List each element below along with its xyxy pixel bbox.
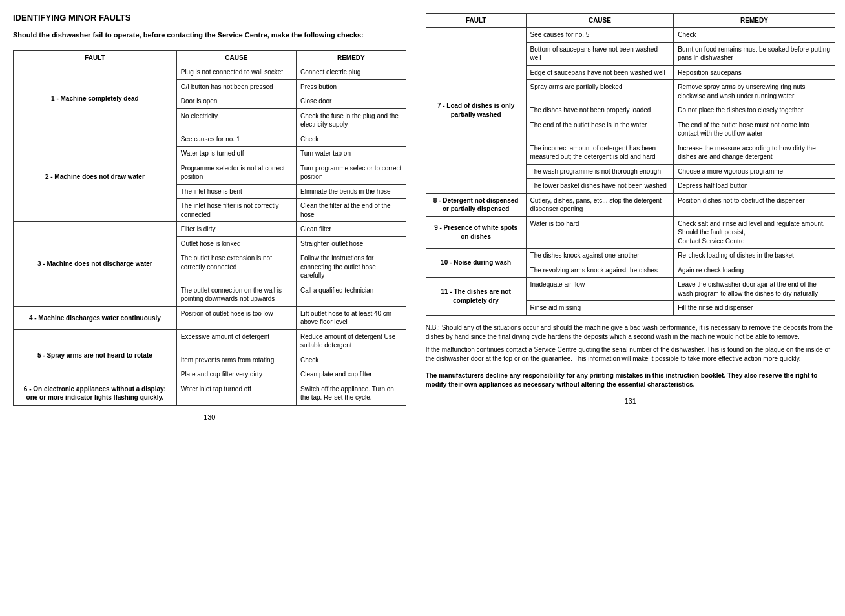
right-header-remedy: REMEDY	[674, 14, 835, 28]
remedy-cell: Check	[296, 132, 406, 147]
remedy-cell: Call a qualified technician	[296, 283, 406, 306]
table-row: 3 - Machine does not discharge waterFilt…	[14, 222, 406, 237]
remedy-cell: Check	[674, 28, 835, 43]
remedy-cell: Reposition saucepans	[674, 65, 835, 80]
fault-cell: 3 - Machine does not discharge water	[14, 222, 177, 307]
cause-cell: See causes for no. 1	[176, 132, 296, 147]
fault-cell: 1 - Machine completely dead	[14, 65, 177, 132]
section-title: IDENTIFYING MINOR FAULTS	[13, 13, 406, 23]
cause-cell: The inlet hose is bent	[176, 184, 296, 199]
cause-cell: Cutlery, dishes, pans, etc... stop the d…	[526, 193, 674, 216]
cause-cell: The revolving arms knock against the dis…	[526, 263, 674, 278]
cause-cell: The inlet hose filter is not correctly c…	[176, 199, 296, 222]
remedy-cell: Burnt on food remains must be soaked bef…	[674, 42, 835, 65]
remedy-cell: Straighten outlet hose	[296, 236, 406, 251]
remedy-cell: Fill the rinse aid dispenser	[674, 301, 835, 316]
remedy-cell: Switch off the appliance. Turn on the ta…	[296, 382, 406, 405]
nb-section: N.B.: Should any of the situations occur…	[426, 323, 835, 364]
cause-cell: The dishes knock against one another	[526, 249, 674, 263]
cause-cell: Excessive amount of detergent	[176, 329, 296, 353]
remedy-cell: Follow the instructions for connecting t…	[296, 251, 406, 283]
cause-cell: Programme selector is not at correct pos…	[176, 161, 296, 184]
fault-cell: 4 - Machine discharges water continuousl…	[14, 306, 177, 329]
remedy-cell: Reduce amount of detergent Use suitable …	[296, 329, 406, 353]
cause-cell: Inadequate air flow	[526, 278, 674, 301]
cause-cell: Filter is dirty	[176, 222, 296, 237]
remedy-cell: Re-check loading of dishes in the basket	[674, 249, 835, 263]
remedy-cell: Position dishes not to obstruct the disp…	[674, 193, 835, 216]
intro-text: Should the dishwasher fail to operate, b…	[13, 30, 406, 40]
right-fault-table: FAULT CAUSE REMEDY 7 - Load of dishes is…	[426, 13, 835, 316]
left-page-number: 130	[13, 413, 406, 421]
table-row: 4 - Machine discharges water continuousl…	[14, 306, 406, 329]
remedy-cell: Lift outlet hose to at least 40 cm above…	[296, 306, 406, 329]
remedy-cell: Turn water tap on	[296, 147, 406, 161]
table-row: 5 - Spray arms are not heard to rotateEx…	[14, 329, 406, 353]
cause-cell: O/I button has not been pressed	[176, 79, 296, 94]
remedy-cell: Clean the filter at the end of the hose	[296, 199, 406, 222]
left-header-remedy: REMEDY	[296, 51, 406, 65]
cause-cell: Edge of saucepans have not been washed w…	[526, 65, 674, 80]
cause-cell: Water inlet tap turned off	[176, 382, 296, 405]
remedy-cell: The end of the outlet hose must not come…	[674, 118, 835, 141]
remedy-cell: Eliminate the bends in the hose	[296, 184, 406, 199]
cause-cell: Item prevents arms from rotating	[176, 353, 296, 367]
remedy-cell: Press button	[296, 79, 406, 94]
remedy-cell: Remove spray arms by unscrewing ring nut…	[674, 80, 835, 103]
table-row: 8 - Detergent not dispensed or partially…	[426, 193, 835, 216]
disclaimer: The manufacturers decline any responsibi…	[426, 371, 835, 389]
cause-cell: The outlet connection on the wall is poi…	[176, 283, 296, 306]
table-row: 7 - Load of dishes is only partially was…	[426, 28, 835, 43]
cause-cell: Bottom of saucepans have not been washed…	[526, 42, 674, 65]
fault-cell: 6 - On electronic appliances without a d…	[14, 382, 177, 405]
left-panel: IDENTIFYING MINOR FAULTS Should the dish…	[13, 13, 406, 421]
fault-cell: 11 - The dishes are not completely dry	[426, 278, 526, 316]
cause-cell: Water tap is turned off	[176, 147, 296, 161]
cause-cell: Plate and cup filter very dirty	[176, 367, 296, 382]
cause-cell: The outlet hose extension is not correct…	[176, 251, 296, 283]
remedy-cell: Leave the dishwasher door ajar at the en…	[674, 278, 835, 301]
cause-cell: The wash programme is not thorough enoug…	[526, 164, 674, 179]
cause-cell: Rinse aid missing	[526, 301, 674, 316]
right-page-number: 131	[426, 397, 835, 405]
table-row: 6 - On electronic appliances without a d…	[14, 382, 406, 405]
remedy-cell: Check the fuse in the plug and the elect…	[296, 108, 406, 132]
remedy-cell: Depress half load button	[674, 179, 835, 194]
cause-cell: Water is too hard	[526, 216, 674, 249]
left-header-fault: FAULT	[14, 51, 177, 65]
remedy-cell: Increase the measure according to how di…	[674, 141, 835, 164]
table-row: 10 - Noise during washThe dishes knock a…	[426, 249, 835, 263]
fault-cell: 9 - Presence of white spots on dishes	[426, 216, 526, 249]
remedy-cell: Connect electric plug	[296, 65, 406, 80]
nb-text2: If the malfunction continues contact a S…	[426, 345, 835, 364]
cause-cell: See causes for no. 5	[526, 28, 674, 43]
cause-cell: Spray arms are partially blocked	[526, 80, 674, 103]
page-container: IDENTIFYING MINOR FAULTS Should the dish…	[13, 13, 832, 421]
cause-cell: The dishes have not been properly loaded	[526, 103, 674, 118]
remedy-cell: Clean plate and cup filter	[296, 367, 406, 382]
table-row: 2 - Machine does not draw waterSee cause…	[14, 132, 406, 147]
table-row: 1 - Machine completely deadPlug is not c…	[14, 65, 406, 80]
cause-cell: Door is open	[176, 94, 296, 109]
cause-cell: The lower basket dishes have not been wa…	[526, 179, 674, 194]
fault-cell: 7 - Load of dishes is only partially was…	[426, 28, 526, 194]
table-row: 9 - Presence of white spots on dishesWat…	[426, 216, 835, 249]
remedy-cell: Choose a more vigorous programme	[674, 164, 835, 179]
remedy-cell: Do not place the dishes too closely toge…	[674, 103, 835, 118]
left-header-cause: CAUSE	[176, 51, 296, 65]
right-header-cause: CAUSE	[526, 14, 674, 28]
remedy-cell: Close door	[296, 94, 406, 109]
remedy-cell: Again re-check loading	[674, 263, 835, 278]
table-row: 11 - The dishes are not completely dryIn…	[426, 278, 835, 301]
left-fault-table: FAULT CAUSE REMEDY 1 - Machine completel…	[13, 50, 406, 406]
cause-cell: The incorrect amount of detergent has be…	[526, 141, 674, 164]
right-header-fault: FAULT	[426, 14, 526, 28]
cause-cell: Position of outlet hose is too low	[176, 306, 296, 329]
cause-cell: Outlet hose is kinked	[176, 236, 296, 251]
cause-cell: Plug is not connected to wall socket	[176, 65, 296, 80]
cause-cell: No electricity	[176, 108, 296, 132]
remedy-cell: Check salt and rinse aid level and regul…	[674, 216, 835, 249]
remedy-cell: Turn programme selector to correct posit…	[296, 161, 406, 184]
fault-cell: 10 - Noise during wash	[426, 249, 526, 278]
fault-cell: 8 - Detergent not dispensed or partially…	[426, 193, 526, 216]
